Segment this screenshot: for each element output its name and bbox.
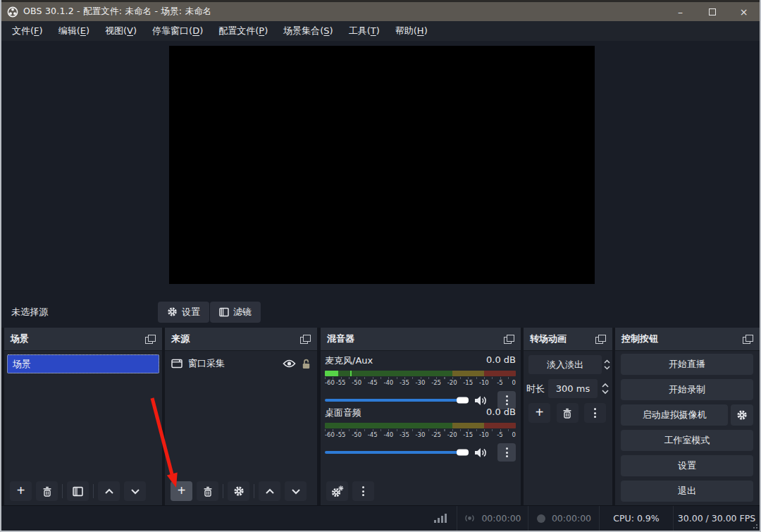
scenes-list: 场景 + xyxy=(4,351,162,505)
source-filters-button[interactable]: 滤镜 xyxy=(210,302,261,323)
move-scene-up-button[interactable] xyxy=(98,481,120,501)
menu-scene-collection[interactable]: 场景集合(S) xyxy=(276,21,340,41)
mixer-dock-header[interactable]: 混音器 xyxy=(321,328,521,351)
transition-properties-button[interactable] xyxy=(584,403,606,423)
gear-icon xyxy=(233,485,245,497)
obs-logo-icon xyxy=(7,6,18,18)
meter-tick-label: -15 xyxy=(463,431,473,438)
meter-tick-label: -50 xyxy=(352,431,361,438)
menu-profile[interactable]: 配置文件(P) xyxy=(211,21,276,41)
exit-button[interactable]: 退出 xyxy=(621,481,753,502)
duration-spinbox[interactable]: 300 ms xyxy=(548,379,598,398)
remove-source-button[interactable] xyxy=(197,481,218,501)
no-source-label: 未选择源 xyxy=(11,306,48,318)
remove-scene-button[interactable] xyxy=(36,481,58,501)
broadcast-icon xyxy=(464,514,476,523)
scene-filters-button[interactable] xyxy=(67,481,89,501)
trash-icon xyxy=(562,408,572,419)
channel-menu-button[interactable] xyxy=(497,443,516,462)
speaker-icon[interactable] xyxy=(474,395,488,406)
lock-icon[interactable] xyxy=(302,359,311,369)
window-title: OBS 30.1.2 - 配置文件: 未命名 - 场景: 未命名 xyxy=(23,6,212,18)
meter-tick-label: -40 xyxy=(383,431,393,438)
start-recording-button[interactable]: 开始录制 xyxy=(621,379,753,400)
advanced-audio-button[interactable] xyxy=(326,481,348,501)
mixer-dock-title: 混音器 xyxy=(327,333,354,345)
controls-body: 开始直播 开始录制 启动虚拟摄像机 xyxy=(615,351,760,505)
start-virtual-camera-button[interactable]: 启动虚拟摄像机 xyxy=(621,404,728,426)
transitions-dock-title: 转场动画 xyxy=(530,333,567,345)
meter-tick-label: -40 xyxy=(383,379,393,386)
virtual-camera-config-button[interactable] xyxy=(731,404,753,426)
transitions-dock-header[interactable]: 转场动画 xyxy=(524,328,612,351)
sources-list: 窗口采集 + xyxy=(165,351,317,505)
transition-select-arrows[interactable] xyxy=(603,355,610,374)
add-transition-button[interactable]: + xyxy=(528,403,550,423)
meter-tick-label: -5 xyxy=(497,431,502,438)
source-list-item[interactable]: 窗口采集 xyxy=(165,353,317,374)
meter-tick-label: -55 xyxy=(336,431,346,438)
transition-select[interactable]: 淡入淡出 xyxy=(528,355,602,374)
close-button[interactable]: × xyxy=(728,2,760,21)
menu-view[interactable]: 视图(V) xyxy=(97,21,144,41)
meter-tick-label: -45 xyxy=(368,431,378,438)
meter-tick-label: -45 xyxy=(368,379,378,386)
slider-handle[interactable] xyxy=(457,450,469,456)
sources-dock-header[interactable]: 来源 xyxy=(165,328,317,351)
menu-docks[interactable]: 停靠窗口(D) xyxy=(144,21,211,41)
dock-area: 场景 场景 + xyxy=(1,328,760,505)
signal-bars-icon xyxy=(434,514,447,523)
volume-slider[interactable] xyxy=(325,451,469,454)
remove-transition-button[interactable] xyxy=(557,403,579,423)
start-streaming-button[interactable]: 开始直播 xyxy=(621,354,753,375)
controls-dock-header[interactable]: 控制按钮 xyxy=(615,328,760,351)
chevron-down-icon xyxy=(604,366,610,370)
duration-row: 时长 300 ms xyxy=(526,379,610,398)
minimize-button[interactable]: – xyxy=(664,2,696,21)
duration-spin-arrows[interactable] xyxy=(602,383,609,395)
chevron-up-icon xyxy=(104,488,114,495)
move-source-down-button[interactable] xyxy=(285,481,307,501)
scenes-dock-header[interactable]: 场景 xyxy=(4,328,162,351)
source-properties-toolbar-button[interactable] xyxy=(228,481,249,501)
mixer-channel-mic: 麦克风/Aux 0.0 dB -60-55-50-45-40-35-30-25-… xyxy=(325,354,516,409)
mixer-menu-button[interactable] xyxy=(352,481,374,501)
move-scene-down-button[interactable] xyxy=(124,481,146,501)
titlebar[interactable]: OBS 30.1.2 - 配置文件: 未命名 - 场景: 未命名 – × xyxy=(1,2,760,21)
meter-tick-label: -25 xyxy=(431,379,441,386)
menu-edit[interactable]: 编辑(E) xyxy=(51,21,97,41)
scene-list-item[interactable]: 场景 xyxy=(7,354,159,373)
settings-button[interactable]: 设置 xyxy=(621,455,753,476)
channel-name: 桌面音频 xyxy=(325,407,361,419)
speaker-icon[interactable] xyxy=(474,447,488,458)
menu-tools[interactable]: 工具(T) xyxy=(341,21,388,41)
source-properties-button[interactable]: 设置 xyxy=(158,302,209,323)
move-source-up-button[interactable] xyxy=(259,481,280,501)
add-source-button[interactable]: + xyxy=(171,481,192,501)
meter-tick-label: -10 xyxy=(479,379,489,386)
meter-tick-label: -50 xyxy=(352,379,361,386)
resize-grip[interactable] xyxy=(751,522,757,528)
record-dot-icon xyxy=(536,514,546,524)
studio-mode-button[interactable]: 工作室模式 xyxy=(621,430,753,451)
source-context-row: 未选择源 设置 滤镜 xyxy=(1,296,760,328)
channel-level-db: 0.0 dB xyxy=(486,407,516,419)
toolbar-separator xyxy=(62,484,63,498)
preview-canvas[interactable] xyxy=(169,46,595,284)
record-timer: 00:00:00 xyxy=(528,506,599,531)
meter-tick-label: -60 xyxy=(325,379,335,386)
mixer-toolbar xyxy=(326,481,374,501)
slider-handle[interactable] xyxy=(457,397,469,404)
obs-window: OBS 30.1.2 - 配置文件: 未命名 - 场景: 未命名 – × 文件(… xyxy=(0,0,761,532)
maximize-button[interactable] xyxy=(696,2,728,21)
volume-slider[interactable] xyxy=(325,399,469,402)
meter-scale: -60-55-50-45-40-35-30-25-20-15-10-50 xyxy=(325,379,516,387)
menu-bar: 文件(F) 编辑(E) 视图(V) 停靠窗口(D) 配置文件(P) 场景集合(S… xyxy=(1,21,760,41)
menu-file[interactable]: 文件(F) xyxy=(4,21,51,41)
add-scene-button[interactable]: + xyxy=(10,481,32,501)
popout-icon xyxy=(145,335,156,344)
menu-help[interactable]: 帮助(H) xyxy=(388,21,435,41)
visibility-eye-icon[interactable] xyxy=(283,359,296,368)
chevron-down-icon xyxy=(602,390,609,395)
meter-tick-label: -60 xyxy=(325,431,335,438)
